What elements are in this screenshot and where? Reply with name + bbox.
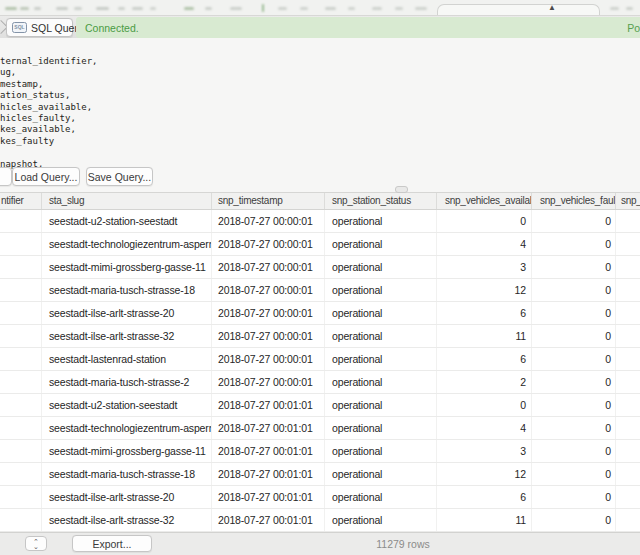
- cell-sta_slug: seestadt-mimi-grossberg-gasse-11: [42, 440, 212, 462]
- cutoff-button[interactable]: [0, 167, 12, 186]
- results-table: ntifiersta_slugsnp_timestampsnp_station_…: [0, 192, 640, 532]
- blur-artifact: [56, 7, 68, 10]
- cell-snp_b: [616, 325, 640, 347]
- blur-artifact: [150, 7, 156, 10]
- table-row[interactable]: seestadt-ilse-arlt-strasse-322018-07-27 …: [0, 509, 640, 532]
- cell-snp_vehicles_available: 0: [437, 210, 532, 232]
- cell-snp_timestamp: 2018-07-27 00:00:01: [212, 302, 325, 324]
- table-row[interactable]: seestadt-ilse-arlt-strasse-202018-07-27 …: [0, 302, 640, 325]
- cell-snp_b: [616, 302, 640, 324]
- cell-identifier: [0, 463, 42, 485]
- cell-snp_vehicles_available: 6: [437, 302, 532, 324]
- cell-sta_slug: seestadt-u2-station-seestadt: [42, 394, 212, 416]
- cell-identifier: [0, 302, 42, 324]
- cell-snp_timestamp: 2018-07-27 00:01:01: [212, 394, 325, 416]
- cell-snp_vehicles_available: 4: [437, 417, 532, 439]
- column-header-sta_slug[interactable]: sta_slug: [42, 193, 212, 209]
- cell-snp_b: [616, 233, 640, 255]
- column-header-snp_station_status[interactable]: snp_station_status: [325, 193, 437, 209]
- blur-artifact: [626, 7, 633, 10]
- cell-snp_b: [616, 210, 640, 232]
- cell-snp_vehicles_faulty: 0: [532, 210, 616, 232]
- column-header-snp_b[interactable]: snp_b: [616, 193, 640, 209]
- cell-identifier: [0, 394, 42, 416]
- table-row[interactable]: seestadt-lastenrad-station2018-07-27 00:…: [0, 348, 640, 371]
- export-button[interactable]: Export...: [72, 535, 152, 552]
- table-row[interactable]: seestadt-mimi-grossberg-gasse-112018-07-…: [0, 256, 640, 279]
- stepper-down-icon[interactable]: ⌄: [33, 544, 39, 549]
- blur-artifact: [184, 7, 194, 10]
- row-count: 11279 rows: [340, 533, 466, 555]
- cell-snp_timestamp: 2018-07-27 00:01:01: [212, 417, 325, 439]
- column-header-identifier[interactable]: ntifier: [0, 193, 42, 209]
- cell-snp_vehicles_available: 6: [437, 486, 532, 508]
- table-row[interactable]: seestadt-maria-tusch-strasse-182018-07-2…: [0, 463, 640, 486]
- cell-identifier: [0, 233, 42, 255]
- table-row[interactable]: seestadt-mimi-grossberg-gasse-112018-07-…: [0, 440, 640, 463]
- cell-snp_vehicles_available: 12: [437, 463, 532, 485]
- cell-snp_station_status: operational: [325, 233, 437, 255]
- cell-snp_timestamp: 2018-07-27 00:00:01: [212, 371, 325, 393]
- cell-identifier: [0, 371, 42, 393]
- blur-artifact: [278, 7, 287, 10]
- cell-identifier: [0, 325, 42, 347]
- cell-snp_station_status: operational: [325, 256, 437, 278]
- cell-snp_station_status: operational: [325, 440, 437, 462]
- page-stepper[interactable]: ⌃ ⌄: [25, 536, 47, 551]
- sql-icon: SQL: [12, 22, 27, 33]
- cell-snp_vehicles_available: 3: [437, 440, 532, 462]
- cell-sta_slug: seestadt-u2-station-seestadt: [42, 210, 212, 232]
- blur-artifact: [132, 7, 143, 10]
- blur-artifact: [262, 4, 264, 12]
- cell-snp_vehicles_faulty: 0: [532, 509, 616, 531]
- column-header-snp_vehicles_available[interactable]: snp_vehicles_available: [437, 193, 532, 209]
- blur-artifact: [415, 7, 427, 10]
- blur-artifact: [300, 7, 308, 10]
- cell-snp_vehicles_faulty: 0: [532, 256, 616, 278]
- table-row[interactable]: seestadt-maria-tusch-strasse-182018-07-2…: [0, 279, 640, 302]
- sql-code[interactable]: ternal_identifier, ug, mestamp, ation_st…: [0, 56, 98, 170]
- sql-client-window: ▲ SQL SQL Query Connected. Po ternal_ide…: [0, 0, 640, 555]
- table-row[interactable]: seestadt-u2-station-seestadt2018-07-27 0…: [0, 210, 640, 233]
- cell-sta_slug: seestadt-ilse-arlt-strasse-32: [42, 509, 212, 531]
- cell-identifier: [0, 256, 42, 278]
- cell-sta_slug: seestadt-ilse-arlt-strasse-32: [42, 325, 212, 347]
- column-header-snp_timestamp[interactable]: snp_timestamp: [212, 193, 325, 209]
- cell-snp_vehicles_faulty: 0: [532, 348, 616, 370]
- sort-arrow-icon: ▲: [548, 2, 556, 14]
- load-query-button[interactable]: Load Query...: [12, 167, 80, 186]
- cell-identifier: [0, 417, 42, 439]
- connection-status-right-text: Po: [627, 22, 640, 34]
- results-table-header: ntifiersta_slugsnp_timestampsnp_station_…: [0, 192, 640, 210]
- cell-snp_b: [616, 463, 640, 485]
- blur-artifact: [74, 7, 82, 10]
- table-row[interactable]: seestadt-ilse-arlt-strasse-202018-07-27 …: [0, 486, 640, 509]
- save-query-button[interactable]: Save Query...: [86, 167, 153, 186]
- cell-snp_vehicles_faulty: 0: [532, 417, 616, 439]
- cell-snp_vehicles_available: 4: [437, 233, 532, 255]
- cell-snp_timestamp: 2018-07-27 00:00:01: [212, 279, 325, 301]
- cell-snp_vehicles_available: 0: [437, 394, 532, 416]
- cell-snp_b: [616, 256, 640, 278]
- cell-identifier: [0, 509, 42, 531]
- cell-sta_slug: seestadt-maria-tusch-strasse-2: [42, 371, 212, 393]
- cell-snp_vehicles_faulty: 0: [532, 371, 616, 393]
- table-row[interactable]: seestadt-technologiezentrum-aspern-iq201…: [0, 233, 640, 256]
- table-row[interactable]: seestadt-technologiezentrum-aspern-iq201…: [0, 417, 640, 440]
- cell-snp_vehicles_available: 2: [437, 371, 532, 393]
- cell-identifier: [0, 440, 42, 462]
- cell-snp_station_status: operational: [325, 417, 437, 439]
- blur-artifact: [395, 7, 403, 10]
- query-tab-bar: SQL SQL Query Connected. Po: [0, 15, 640, 38]
- scroll-indicator[interactable]: [395, 186, 408, 193]
- tab-sql-query[interactable]: SQL SQL Query: [6, 18, 73, 37]
- sql-editor[interactable]: ternal_identifier, ug, mestamp, ation_st…: [0, 38, 640, 192]
- faded-toolbar-strip: ▲: [0, 0, 640, 15]
- cell-snp_station_status: operational: [325, 509, 437, 531]
- table-row[interactable]: seestadt-ilse-arlt-strasse-322018-07-27 …: [0, 325, 640, 348]
- table-row[interactable]: seestadt-maria-tusch-strasse-22018-07-27…: [0, 371, 640, 394]
- column-header-snp_vehicles_faulty[interactable]: snp_vehicles_faulty: [532, 193, 616, 209]
- table-row[interactable]: seestadt-u2-station-seestadt2018-07-27 0…: [0, 394, 640, 417]
- cell-snp_vehicles_faulty: 0: [532, 233, 616, 255]
- cell-snp_vehicles_available: 11: [437, 325, 532, 347]
